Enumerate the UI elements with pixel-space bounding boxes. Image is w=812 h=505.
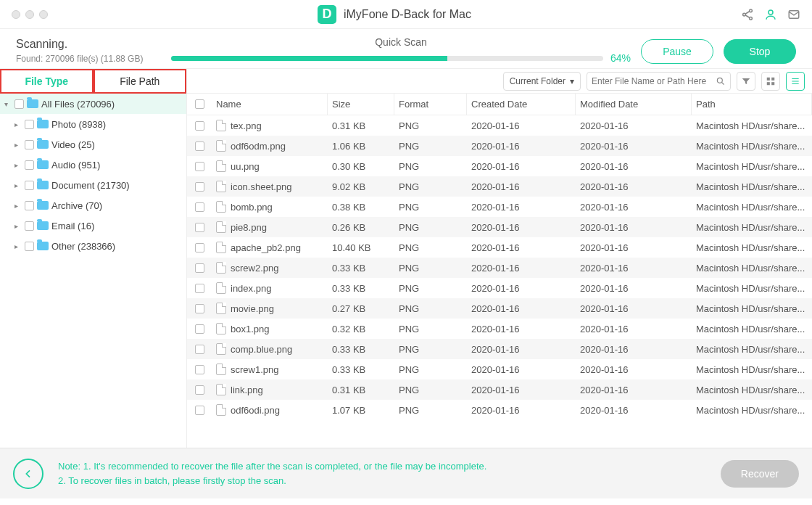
row-checkbox[interactable]	[195, 385, 204, 395]
maximize-window-button[interactable]	[39, 10, 48, 19]
table-row[interactable]: movie.png0.27 KBPNG2020-01-162020-01-16M…	[187, 298, 812, 319]
checkbox[interactable]	[25, 242, 34, 251]
file-toolbar: Current Folder ▾	[187, 69, 812, 94]
table-row[interactable]: icon.sheet.png9.02 KBPNG2020-01-162020-0…	[187, 176, 812, 197]
row-checkbox[interactable]	[195, 284, 204, 293]
stop-button[interactable]: Stop	[724, 39, 796, 64]
col-name[interactable]: Name	[212, 94, 328, 115]
row-checkbox[interactable]	[195, 304, 204, 313]
list-view-button[interactable]	[786, 72, 805, 91]
row-checkbox[interactable]	[195, 202, 204, 212]
row-checkbox[interactable]	[195, 223, 204, 232]
row-checkbox[interactable]	[195, 121, 204, 131]
checkbox[interactable]	[25, 181, 34, 190]
file-modified: 2020-01-16	[576, 242, 692, 253]
file-created: 2020-01-16	[467, 181, 576, 192]
main-panel: Current Folder ▾ Name	[187, 69, 812, 448]
row-checkbox[interactable]	[195, 162, 204, 171]
table-row[interactable]: screw1.png0.33 KBPNG2020-01-162020-01-16…	[187, 359, 812, 379]
recover-button[interactable]: Recover	[721, 460, 799, 488]
file-table: Name Size Format Created Date Modified D…	[187, 94, 812, 448]
row-checkbox[interactable]	[195, 243, 204, 252]
col-modified[interactable]: Modified Date	[576, 94, 692, 115]
scan-found-label: Found: 270096 file(s) (11.88 GB)	[16, 54, 161, 64]
tree-root-all-files[interactable]: ▾ All Files (270096)	[0, 94, 186, 114]
share-icon[interactable]	[741, 8, 754, 21]
table-row[interactable]: uu.png0.30 KBPNG2020-01-162020-01-16Maci…	[187, 156, 812, 176]
table-row[interactable]: comp.blue.png0.33 KBPNG2020-01-162020-01…	[187, 339, 812, 359]
col-size[interactable]: Size	[328, 94, 394, 115]
table-row[interactable]: box1.png0.32 KBPNG2020-01-162020-01-16Ma…	[187, 319, 812, 339]
account-icon[interactable]	[764, 8, 777, 21]
tree-item[interactable]: ▸Document (21730)	[0, 175, 186, 195]
tree-item[interactable]: ▸Photo (8938)	[0, 114, 186, 134]
checkbox[interactable]	[25, 160, 34, 170]
file-name: link.png	[231, 385, 263, 395]
file-modified: 2020-01-16	[576, 405, 692, 416]
folder-icon	[37, 181, 49, 189]
tree-item[interactable]: ▸Other (238366)	[0, 236, 186, 256]
filter-button[interactable]	[737, 72, 755, 91]
file-name: odf6odm.png	[231, 141, 286, 152]
table-row[interactable]: index.png0.33 KBPNG2020-01-162020-01-16M…	[187, 278, 812, 298]
row-checkbox[interactable]	[195, 263, 204, 273]
chevron-right-icon: ▸	[14, 120, 22, 128]
tree-item[interactable]: ▸Archive (70)	[0, 195, 186, 215]
file-modified: 2020-01-16	[576, 120, 692, 131]
table-row[interactable]: odf6odi.png1.07 KBPNG2020-01-162020-01-1…	[187, 400, 812, 420]
tree-item[interactable]: ▸Audio (951)	[0, 155, 186, 175]
table-row[interactable]: odf6odm.png1.06 KBPNG2020-01-162020-01-1…	[187, 136, 812, 156]
grid-view-button[interactable]	[761, 72, 780, 91]
tree-label: Audio (951)	[51, 160, 100, 171]
tree-item[interactable]: ▸Email (16)	[0, 215, 186, 236]
checkbox[interactable]	[25, 120, 34, 129]
row-checkbox[interactable]	[195, 182, 204, 192]
row-checkbox[interactable]	[195, 345, 204, 354]
checkbox[interactable]	[25, 221, 34, 231]
app-title: iMyFone D-Back for Mac	[344, 8, 471, 21]
file-format: PNG	[394, 181, 467, 192]
file-format: PNG	[394, 303, 467, 314]
file-modified: 2020-01-16	[576, 161, 692, 172]
tree-label: Video (25)	[51, 139, 95, 150]
tab-file-path[interactable]: File Path	[94, 69, 187, 94]
table-row[interactable]: pie8.png0.26 KBPNG2020-01-162020-01-16Ma…	[187, 217, 812, 237]
search-icon[interactable]	[716, 76, 726, 86]
col-format[interactable]: Format	[394, 94, 467, 115]
checkbox[interactable]	[25, 140, 34, 149]
row-checkbox[interactable]	[195, 365, 204, 374]
row-checkbox[interactable]	[195, 141, 204, 151]
close-window-button[interactable]	[12, 10, 20, 19]
checkbox[interactable]	[14, 99, 24, 109]
checkbox[interactable]	[25, 201, 34, 210]
minimize-window-button[interactable]	[25, 10, 34, 19]
tab-file-type[interactable]: File Type	[0, 69, 94, 94]
folder-icon	[37, 201, 49, 210]
row-checkbox[interactable]	[195, 324, 204, 334]
table-row[interactable]: bomb.png0.38 KBPNG2020-01-162020-01-16Ma…	[187, 197, 812, 217]
folder-scope-select[interactable]: Current Folder ▾	[503, 72, 581, 91]
col-path[interactable]: Path	[692, 94, 812, 115]
tree-item[interactable]: ▸Video (25)	[0, 134, 186, 155]
file-name: index.png	[231, 283, 271, 294]
table-row[interactable]: link.png0.31 KBPNG2020-01-162020-01-16Ma…	[187, 379, 812, 400]
select-all-checkbox[interactable]	[195, 99, 204, 109]
file-icon	[216, 242, 226, 253]
file-path: Macintosh HD/usr/share...	[692, 324, 812, 334]
pause-button[interactable]: Pause	[641, 39, 713, 64]
table-row[interactable]: apache_pb2.png10.40 KBPNG2020-01-162020-…	[187, 237, 812, 258]
col-created[interactable]: Created Date	[467, 94, 576, 115]
file-created: 2020-01-16	[467, 242, 576, 253]
app-logo: D	[318, 5, 336, 24]
svg-rect-8	[767, 82, 770, 85]
file-size: 0.38 KB	[328, 202, 394, 213]
folder-icon	[37, 120, 49, 128]
file-size: 1.07 KB	[328, 405, 394, 416]
table-row[interactable]: screw2.png0.33 KBPNG2020-01-162020-01-16…	[187, 258, 812, 278]
file-created: 2020-01-16	[467, 161, 576, 172]
search-input[interactable]	[592, 76, 711, 86]
mail-icon[interactable]	[787, 8, 800, 21]
back-button[interactable]	[13, 459, 44, 489]
row-checkbox[interactable]	[195, 406, 204, 415]
table-row[interactable]: tex.png0.31 KBPNG2020-01-162020-01-16Mac…	[187, 115, 812, 136]
